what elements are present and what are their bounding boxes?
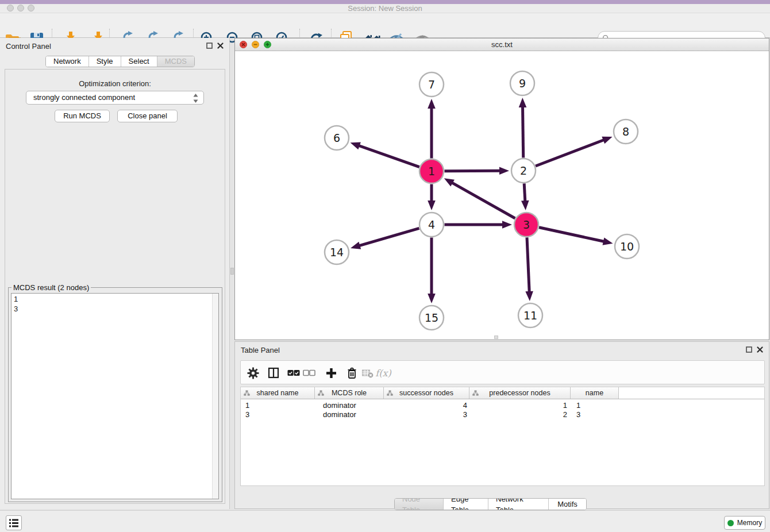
table-cell[interactable]: 1 [469, 401, 571, 410]
graph-node-7[interactable]: 7 [419, 72, 444, 97]
column-type-icon [244, 390, 250, 396]
graph-node-6[interactable]: 6 [325, 126, 349, 150]
function-builder-button[interactable]: f(x) [376, 367, 390, 379]
graph-edge-1-7[interactable] [428, 99, 436, 159]
close-panel-icon[interactable] [217, 43, 224, 49]
control-panel: Control Panel Network Style Select MCDS … [0, 38, 230, 509]
graph-node-8[interactable]: 8 [614, 119, 638, 144]
float-panel-icon[interactable] [746, 346, 752, 353]
deselect-all-icon [303, 369, 315, 377]
window-top-strip [0, 0, 770, 4]
show-columns-button[interactable] [267, 367, 280, 379]
svg-text:4: 4 [428, 218, 435, 231]
column-header-mcds-role[interactable]: MCDS role [315, 387, 384, 399]
graph-node-14[interactable]: 14 [325, 240, 349, 264]
close-panel-icon[interactable] [757, 346, 763, 353]
table-cell[interactable]: dominator [315, 410, 384, 419]
panel-splitter-handle[interactable] [230, 268, 234, 275]
delete-table-button[interactable] [361, 367, 375, 379]
node-table: shared name MCDS role successor nodes pr… [240, 387, 765, 486]
table-cell[interactable]: 3 [241, 410, 315, 419]
graph-node-2[interactable]: 2 [511, 159, 536, 183]
trash-icon [346, 367, 358, 379]
run-mcds-button[interactable]: Run MCDS [55, 110, 110, 122]
table-row[interactable]: 1 dominator 4 1 1 [241, 401, 764, 410]
svg-text:10: 10 [620, 240, 634, 253]
table-cell[interactable]: 1 [571, 401, 619, 410]
svg-text:8: 8 [622, 125, 629, 138]
header-filler [619, 387, 764, 399]
column-header-predecessor-nodes[interactable]: predecessor nodes [469, 387, 571, 399]
network-view-frame: scc.txt 7968124314101511 [234, 38, 769, 340]
tab-node-table[interactable]: Node Table [395, 499, 444, 510]
canvas-splitter-handle[interactable] [494, 336, 498, 339]
graph-edge-2-3[interactable] [521, 183, 529, 210]
tab-mcds[interactable]: MCDS [157, 56, 194, 67]
tab-motifs[interactable]: Motifs [549, 499, 586, 510]
graph-node-9[interactable]: 9 [510, 71, 534, 95]
tab-network[interactable]: Network [46, 56, 89, 67]
graph-edge-1-4[interactable] [428, 184, 436, 211]
columns-icon [268, 367, 279, 379]
svg-text:9: 9 [519, 77, 526, 90]
column-header-successor-nodes[interactable]: successor nodes [384, 387, 469, 399]
svg-text:7: 7 [428, 78, 435, 91]
network-graph[interactable]: 7968124314101511 [235, 51, 769, 340]
graph-node-1[interactable]: 1 [419, 159, 444, 183]
delete-table-icon [362, 368, 374, 378]
table-cell[interactable]: 3 [384, 410, 469, 419]
gear-icon [247, 367, 259, 379]
close-panel-button[interactable]: Close panel [117, 110, 178, 122]
graph-node-15[interactable]: 15 [419, 306, 444, 330]
column-header-shared-name[interactable]: shared name [241, 387, 315, 399]
table-panel-title: Table Panel [241, 346, 280, 354]
tab-style[interactable]: Style [89, 56, 121, 67]
graph-edge-4-15[interactable] [428, 238, 436, 304]
table-row[interactable]: 3 dominator 3 2 3 [241, 410, 764, 419]
graph-edge-4-3[interactable] [445, 221, 513, 229]
column-header-name[interactable]: name [571, 387, 619, 399]
table-cell[interactable]: dominator [315, 401, 384, 410]
column-type-icon [472, 390, 479, 396]
graph-edge-3-1[interactable] [444, 178, 515, 218]
graph-edge-4-14[interactable] [351, 228, 419, 249]
task-history-button[interactable] [6, 515, 22, 530]
criterion-select[interactable]: strongly connected component [26, 91, 204, 105]
table-cell[interactable]: 1 [241, 401, 315, 410]
network-frame-titlebar: scc.txt [235, 38, 769, 51]
table-cell[interactable]: 3 [571, 410, 619, 419]
add-row-button[interactable] [324, 367, 338, 379]
graph-edge-3-11[interactable] [525, 237, 533, 301]
graph-edge-2-9[interactable] [519, 98, 527, 158]
list-icon [9, 519, 18, 527]
table-cell[interactable]: 4 [384, 401, 469, 410]
memory-button[interactable]: Memory [724, 516, 765, 530]
control-panel-title: Control Panel [6, 42, 51, 51]
float-panel-icon[interactable] [206, 43, 213, 49]
graph-edge-2-8[interactable] [536, 137, 613, 166]
mcds-result-textarea[interactable]: 1 3 [11, 293, 219, 499]
window-title: Session: New Session [0, 4, 770, 13]
tab-network-table[interactable]: Network Table [488, 499, 549, 510]
deselect-all-button[interactable] [302, 367, 316, 379]
network-canvas[interactable]: 7968124314101511 [235, 51, 769, 340]
select-all-button[interactable] [287, 367, 301, 379]
graph-node-10[interactable]: 10 [615, 234, 639, 259]
tab-edge-table[interactable]: Edge Table [444, 499, 488, 510]
graph-node-4[interactable]: 4 [419, 213, 444, 237]
graph-edge-1-2[interactable] [444, 167, 509, 175]
tab-select[interactable]: Select [121, 56, 157, 67]
table-cell[interactable]: 2 [469, 410, 571, 419]
table-options-button[interactable] [246, 367, 260, 379]
optimization-criterion-label: Optimization criterion: [5, 79, 225, 88]
window-titlebar: Session: New Session [0, 4, 770, 13]
graph-node-11[interactable]: 11 [518, 303, 542, 327]
result-scrollbar[interactable] [212, 294, 218, 499]
delete-row-button[interactable] [345, 367, 359, 379]
graph-edge-1-6[interactable] [351, 142, 419, 167]
column-type-icon [318, 390, 324, 396]
svg-text:3: 3 [523, 218, 530, 231]
result-line: 1 [14, 294, 216, 304]
graph-edge-3-10[interactable] [539, 228, 613, 245]
graph-node-3[interactable]: 3 [514, 213, 538, 237]
